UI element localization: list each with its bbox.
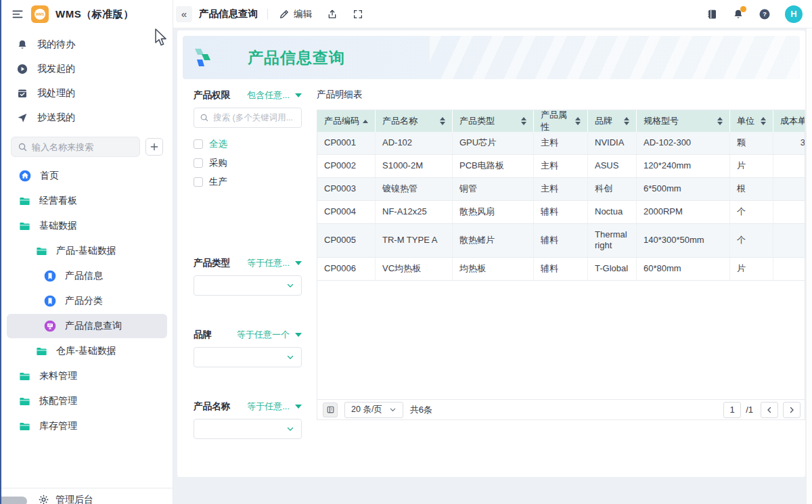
filter-select[interactable] <box>194 275 302 296</box>
workflow-item-label: 我发起的 <box>37 63 75 75</box>
checkbox-option-0[interactable]: 全选 <box>194 135 302 154</box>
table-row-3[interactable]: CP0004NF-A12x25散热风扇辅料Noctua2000RPM个 <box>317 201 805 224</box>
table-zone: 产品明细表 产品编码产品名称产品类型产品属性品牌规格型号单位成本单价 CP000… <box>317 89 805 465</box>
sort-icon[interactable] <box>717 117 723 125</box>
collapse-icon[interactable]: « <box>176 6 192 22</box>
page-size-select[interactable]: 20 条/页 <box>344 402 403 418</box>
table-cell: 2000RPM <box>637 201 730 223</box>
column-header-2[interactable]: 产品类型 <box>453 110 534 132</box>
filter-section-2: 品牌等于任意一个 <box>194 328 302 367</box>
column-header-label: 产品类型 <box>459 115 495 127</box>
sidebar-search-box[interactable] <box>11 137 140 157</box>
nav-tree: 首页经营看板基础数据产品-基础数据产品信息产品分类产品信息查询仓库-基础数据来料… <box>1 164 173 488</box>
nav-item-label: 产品分类 <box>65 295 103 307</box>
filter-operator-label: 等于任意... <box>247 257 290 269</box>
sidebar-nav-item-6[interactable]: 产品信息查询 <box>7 314 167 338</box>
sidebar-nav-item-10[interactable]: 库存管理 <box>7 414 167 438</box>
table-cell: TR-M TYPE A <box>376 224 453 258</box>
column-header-1[interactable]: 产品名称 <box>376 110 453 132</box>
column-header-4[interactable]: 品牌 <box>588 110 637 132</box>
topbar-right: ? H <box>706 5 803 23</box>
table-cell: CP0005 <box>317 224 376 258</box>
nav-item-label: 首页 <box>40 170 59 182</box>
table-cell: 120*240mm <box>637 155 730 177</box>
add-button[interactable] <box>145 138 163 156</box>
sidebar-nav-item-0[interactable]: 首页 <box>7 164 167 188</box>
topbar-page-title: 产品信息查询 <box>199 7 258 20</box>
footer-pill <box>0 497 27 504</box>
task-check-icon <box>16 87 28 99</box>
filter-operator-dropdown[interactable]: 等于任意一个 <box>237 329 302 341</box>
table-cell: 主料 <box>534 155 588 177</box>
avatar[interactable]: H <box>785 5 803 23</box>
table-cell: CP0001 <box>317 132 376 154</box>
checkbox[interactable] <box>194 139 203 149</box>
column-header-5[interactable]: 规格型号 <box>637 110 730 132</box>
table-cell: 散热风扇 <box>453 201 534 223</box>
checkbox[interactable] <box>194 158 203 168</box>
sidebar-nav-item-9[interactable]: 拣配管理 <box>7 389 167 413</box>
checkbox[interactable] <box>194 177 203 187</box>
table-cell: 辅料 <box>534 224 588 258</box>
column-header-3[interactable]: 产品属性 <box>534 110 588 132</box>
table-cell: PCB电路板 <box>453 155 534 177</box>
sidebar-workflow-item-0[interactable]: 我的待办 <box>1 32 173 57</box>
column-header-0[interactable]: 产品编码 <box>317 110 376 132</box>
column-settings-button[interactable] <box>323 403 338 417</box>
table-row-2[interactable]: CP0003镀镍热管铜管主料科创6*500mm根 <box>317 178 805 201</box>
play-circle-icon <box>16 63 28 75</box>
table-row-0[interactable]: CP0001AD-102GPU芯片主料NVIDIAAD-102-300颗3 <box>317 132 805 155</box>
sidebar-nav-item-8[interactable]: 来料管理 <box>7 364 167 388</box>
share-button[interactable] <box>327 9 338 20</box>
help-icon[interactable]: ? <box>759 8 771 20</box>
column-header-6[interactable]: 单位 <box>730 110 773 132</box>
filter-search-input[interactable] <box>213 113 296 122</box>
topbar-left: « 产品信息查询 编辑 <box>176 6 378 22</box>
sidebar-nav-item-3[interactable]: 产品-基础数据 <box>7 239 167 263</box>
prev-page-button[interactable] <box>761 402 778 418</box>
table-row-5[interactable]: CP0006VC均热板均热板辅料T-Global60*80mm片 <box>317 258 805 281</box>
sidebar: WMS WMS（标准版） 我的待办我发起的我处理的抄送我的 首页经营看板基础数据… <box>1 0 173 504</box>
sort-icon[interactable] <box>575 117 581 125</box>
column-header-7[interactable]: 成本单价 <box>773 110 805 132</box>
filter-operator-dropdown[interactable]: 等于任意... <box>247 257 302 269</box>
scrollbar-track[interactable] <box>806 28 812 504</box>
checkbox-option-1[interactable]: 采购 <box>194 154 302 173</box>
fullscreen-button[interactable] <box>353 9 363 20</box>
filter-search-box[interactable] <box>194 108 302 128</box>
table-row-4[interactable]: CP0005TR-M TYPE A散热鳍片辅料Thermalright140*3… <box>317 224 805 258</box>
sort-icon[interactable] <box>521 117 526 125</box>
sort-icon[interactable] <box>440 117 445 125</box>
column-header-label: 产品名称 <box>382 115 418 127</box>
folder-icon <box>18 195 31 208</box>
filter-label: 产品名称 <box>194 400 230 413</box>
sidebar-footer[interactable]: 管理后台 <box>1 488 173 504</box>
sidebar-workflow-item-1[interactable]: 我发起的 <box>1 57 173 81</box>
next-page-button[interactable] <box>783 402 800 418</box>
sidebar-workflow-item-2[interactable]: 我处理的 <box>1 81 173 106</box>
menu-icon[interactable] <box>11 7 24 21</box>
sort-icon[interactable] <box>624 117 629 125</box>
table-row-1[interactable]: CP0002S1000-2MPCB电路板主料ASUS120*240mm片 <box>317 155 805 178</box>
sidebar-nav-item-7[interactable]: 仓库-基础数据 <box>7 339 167 363</box>
sidebar-nav-item-4[interactable]: 产品信息 <box>7 264 167 288</box>
page-number-input[interactable] <box>723 402 741 418</box>
filter-operator-dropdown[interactable]: 包含任意... <box>247 89 302 101</box>
docs-book-icon[interactable] <box>706 8 718 20</box>
sidebar-nav-item-5[interactable]: 产品分类 <box>7 289 167 313</box>
total-count: 共6条 <box>410 404 432 416</box>
edit-button[interactable]: 编辑 <box>279 8 312 20</box>
table-cell: VC均热板 <box>376 258 453 280</box>
sidebar-workflow-item-3[interactable]: 抄送我的 <box>1 106 173 130</box>
filter-select[interactable] <box>194 347 302 367</box>
sort-icon[interactable] <box>761 117 766 125</box>
filter-select[interactable] <box>194 419 302 439</box>
checkbox-option-2[interactable]: 生产 <box>194 173 302 191</box>
sidebar-nav-item-1[interactable]: 经营看板 <box>7 189 167 213</box>
sidebar-nav-item-2[interactable]: 基础数据 <box>7 214 167 238</box>
sidebar-search-input[interactable] <box>32 142 133 152</box>
filter-operator-dropdown[interactable]: 等于任意... <box>247 400 302 413</box>
filter-head: 产品类型等于任意... <box>194 256 302 270</box>
sort-asc-icon[interactable] <box>363 120 368 123</box>
notification-button[interactable] <box>732 8 744 20</box>
